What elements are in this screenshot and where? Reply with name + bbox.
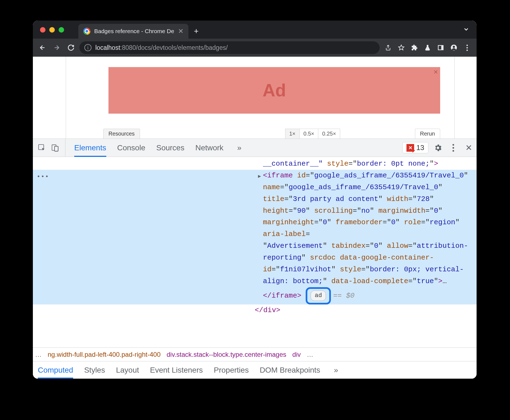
close-window-button[interactable] — [40, 27, 45, 33]
zoom-025x[interactable]: 0.25× — [318, 129, 340, 139]
subtab-layout[interactable]: Layout — [116, 362, 139, 378]
share-icon[interactable] — [382, 42, 394, 53]
ad-badge-highlight: ad — [306, 287, 331, 304]
back-button[interactable] — [37, 42, 48, 53]
tab-title: Badges reference - Chrome De — [94, 28, 174, 34]
ad-badge[interactable]: ad — [311, 290, 326, 301]
expand-triangle-icon[interactable]: ▶ — [258, 172, 261, 181]
minimize-window-button[interactable] — [49, 27, 55, 33]
subtab-styles[interactable]: Styles — [84, 362, 105, 378]
toolbar-actions — [382, 42, 473, 53]
ad-close-button[interactable]: × — [434, 68, 438, 76]
breadcrumb-item-2[interactable]: div — [292, 351, 301, 358]
reload-button[interactable] — [65, 42, 77, 53]
extensions-icon[interactable] — [409, 42, 420, 53]
breadcrumb-item-1[interactable]: div.stack.stack--block.type.center-image… — [167, 351, 286, 358]
device-toggle-icon[interactable] — [49, 142, 61, 154]
devtools-panel: Elements Console Sources Network » ✕ 13 … — [33, 139, 477, 379]
chrome-favicon-icon — [83, 28, 90, 35]
tab-close-button[interactable]: ✕ — [178, 27, 184, 35]
devtools-menu-icon[interactable] — [448, 142, 459, 154]
ad-label: Ad — [263, 80, 286, 100]
error-count-badge[interactable]: ✕ 13 — [402, 142, 428, 153]
labs-flask-icon[interactable] — [422, 42, 433, 53]
site-info-icon[interactable]: i — [84, 44, 91, 51]
devtools-tabbar: Elements Console Sources Network » ✕ 13 … — [33, 139, 477, 157]
tab-network[interactable]: Network — [195, 140, 224, 156]
svg-rect-6 — [55, 146, 58, 151]
error-count: 13 — [416, 143, 424, 152]
subtab-event-listeners[interactable]: Event Listeners — [150, 362, 203, 378]
tab-sources[interactable]: Sources — [156, 140, 184, 156]
zoom-1x[interactable]: 1× — [285, 129, 300, 139]
address-bar[interactable]: i localhost:8080/docs/devtools/elements/… — [79, 41, 380, 54]
maximize-window-button[interactable] — [59, 27, 64, 33]
bookmark-star-icon[interactable] — [396, 42, 407, 53]
subtab-computed[interactable]: Computed — [38, 362, 73, 378]
url-path: :8080/docs/devtools/elements/badges/ — [120, 44, 228, 51]
window-controls — [40, 27, 64, 33]
settings-gear-icon[interactable] — [433, 143, 443, 153]
selection-actions-icon[interactable]: ••• — [37, 172, 49, 182]
tree-selected-node[interactable]: ••• ▶<iframe id="google_ads_iframe_/6355… — [33, 170, 477, 304]
tree-line-divclose[interactable]: </div> — [33, 304, 477, 316]
forward-button[interactable] — [51, 42, 62, 53]
breadcrumb-ellipsis-left[interactable]: … — [35, 351, 42, 358]
page-inner: Ad × Resources 1× 0.5× 0.25× Rerun — [66, 57, 455, 139]
svg-point-3 — [453, 46, 455, 48]
tree-line-container[interactable]: __container__" style="border: 0pt none;"… — [33, 157, 477, 170]
tablist-dropdown-button[interactable] — [463, 26, 469, 34]
subtab-dom-breakpoints[interactable]: DOM Breakpoints — [260, 362, 320, 378]
tabs-overflow-button[interactable]: » — [234, 143, 244, 152]
ad-banner[interactable]: Ad × — [108, 67, 440, 114]
svg-rect-1 — [441, 45, 443, 50]
error-icon: ✕ — [406, 144, 414, 152]
zoom-controls: 1× 0.5× 0.25× — [285, 129, 340, 139]
dom-breadcrumb[interactable]: … ng.width-full.pad-left-400.pad-right-4… — [33, 347, 477, 361]
styles-subtabs: Computed Styles Layout Event Listeners P… — [33, 361, 477, 379]
breadcrumb-ellipsis-right[interactable]: … — [307, 351, 313, 358]
resources-tab[interactable]: Resources — [103, 129, 140, 139]
subtabs-overflow-button[interactable]: » — [331, 366, 341, 375]
tab-console[interactable]: Console — [117, 140, 145, 156]
zoom-05x[interactable]: 0.5× — [300, 129, 318, 139]
devtools-main-tabs: Elements Console Sources Network » — [74, 140, 400, 156]
side-panel-icon[interactable] — [435, 42, 446, 53]
console-reference: == $0 — [333, 292, 354, 300]
rerun-button[interactable]: Rerun — [415, 129, 440, 139]
menu-kebab-icon[interactable] — [461, 42, 473, 53]
inspect-element-icon[interactable] — [36, 142, 48, 154]
devtools-close-button[interactable]: ✕ — [464, 143, 473, 153]
subtab-properties[interactable]: Properties — [214, 362, 249, 378]
browser-tab[interactable]: Badges reference - Chrome De ✕ — [78, 24, 188, 39]
browser-window: Badges reference - Chrome De ✕ + i local… — [33, 21, 477, 379]
tab-elements[interactable]: Elements — [74, 140, 106, 156]
new-tab-button[interactable]: + — [194, 24, 199, 39]
profile-avatar-icon[interactable] — [448, 42, 460, 53]
page-viewport: Ad × Resources 1× 0.5× 0.25× Rerun — [33, 57, 477, 139]
breadcrumb-item-0[interactable]: ng.width-full.pad-left-400.pad-right-400 — [48, 351, 161, 358]
elements-tree[interactable]: __container__" style="border: 0pt none;"… — [33, 157, 477, 347]
toolbar: i localhost:8080/docs/devtools/elements/… — [33, 39, 477, 57]
tab-bar: Badges reference - Chrome De ✕ + — [33, 21, 477, 39]
url-host: localhost — [95, 44, 120, 51]
